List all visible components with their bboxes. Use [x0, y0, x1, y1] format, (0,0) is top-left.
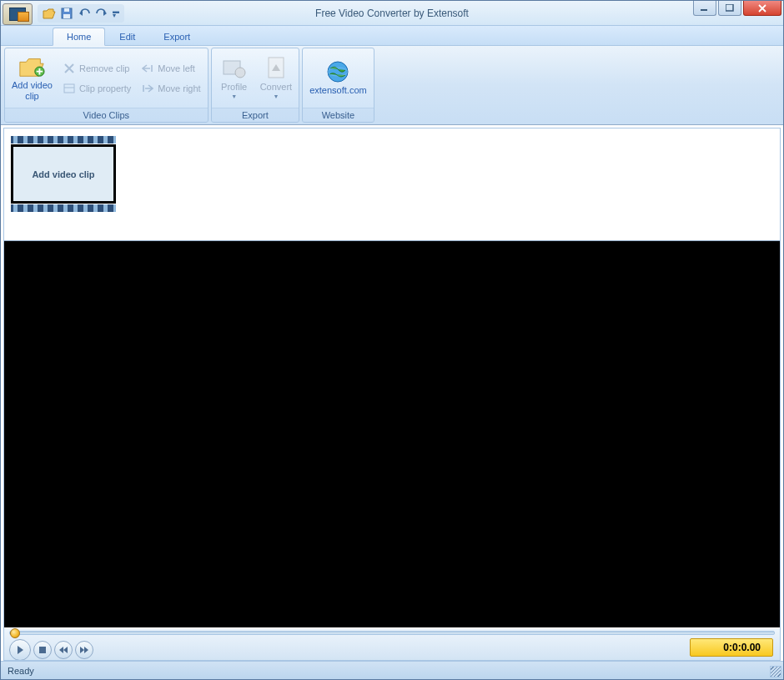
svg-point-11 — [235, 68, 245, 78]
close-button[interactable] — [743, 1, 781, 16]
ribbon-group-export: Profile ▼ Convert ▼ Export — [211, 48, 300, 123]
ribbon-group-website: extensoft.com Website — [302, 48, 374, 123]
stop-button[interactable] — [33, 641, 52, 659]
profile-icon — [221, 57, 248, 80]
chevron-down-icon: ▼ — [231, 93, 237, 99]
ribbon-group-website-title: Website — [303, 108, 373, 122]
add-clip-placeholder[interactable]: Add video clip — [11, 136, 116, 212]
arrow-left-icon — [141, 62, 154, 75]
website-button[interactable]: extensoft.com — [304, 50, 371, 106]
folder-plus-icon — [18, 55, 45, 78]
forward-button[interactable] — [75, 641, 93, 659]
ribbon: Add video clip Remove clip Clip property… — [1, 46, 783, 125]
film-sprocket-icon — [11, 136, 116, 144]
ribbon-group-video-clips: Add video clip Remove clip Clip property… — [4, 48, 209, 123]
status-text: Ready — [8, 666, 34, 676]
film-sprocket-icon — [11, 204, 116, 212]
website-label: extensoft.com — [309, 85, 366, 96]
rewind-button[interactable] — [54, 641, 73, 659]
move-left-button: Move left — [136, 58, 205, 78]
window-controls — [693, 1, 781, 16]
profile-label: Profile — [221, 82, 247, 93]
tab-home[interactable]: Home — [53, 28, 105, 46]
convert-button: Convert ▼ — [255, 50, 298, 106]
tab-export[interactable]: Export — [149, 28, 204, 45]
svg-rect-6 — [64, 84, 74, 93]
move-right-button: Move right — [136, 78, 205, 98]
play-button[interactable] — [9, 639, 31, 661]
ribbon-tabs: Home Edit Export — [1, 26, 783, 46]
chevron-down-icon: ▼ — [273, 93, 279, 99]
time-display: 0:0:0.00 — [690, 638, 773, 657]
ribbon-group-video-clips-title: Video Clips — [5, 108, 208, 122]
status-bar: Ready — [1, 661, 783, 679]
add-clip-placeholder-label: Add video clip — [11, 144, 116, 204]
clip-property-button: Clip property — [58, 78, 136, 98]
remove-clip-button: Remove clip — [58, 58, 136, 78]
resize-grip[interactable] — [770, 666, 781, 677]
x-icon — [63, 62, 76, 75]
convert-label: Convert — [260, 82, 293, 93]
arrow-right-icon — [141, 82, 154, 95]
svg-rect-1 — [63, 14, 70, 18]
convert-icon — [263, 57, 289, 80]
ribbon-group-export-title: Export — [212, 108, 299, 122]
title-bar: ▬▾ Free Video Converter by Extensoft — [1, 1, 783, 26]
add-video-clip-label: Add video clip — [12, 80, 53, 101]
profile-button: Profile ▼ — [214, 50, 255, 106]
svg-point-13 — [328, 62, 348, 82]
undo-icon[interactable] — [76, 6, 93, 21]
open-file-icon[interactable] — [41, 6, 58, 21]
property-icon — [63, 82, 76, 95]
globe-icon — [324, 60, 351, 83]
svg-rect-2 — [64, 8, 69, 12]
quick-access-toolbar: ▬▾ — [38, 4, 124, 23]
svg-rect-15 — [39, 647, 46, 653]
seek-handle[interactable] — [10, 628, 20, 638]
video-preview[interactable] — [4, 241, 780, 627]
add-video-clip-button[interactable]: Add video clip — [7, 50, 58, 106]
seek-slider[interactable] — [9, 631, 775, 635]
minimize-button[interactable] — [693, 1, 716, 16]
app-menu-button[interactable] — [3, 3, 33, 25]
tab-edit[interactable]: Edit — [105, 28, 149, 45]
svg-rect-3 — [701, 9, 707, 11]
save-icon[interactable] — [58, 6, 75, 21]
maximize-button[interactable] — [718, 1, 741, 16]
clip-timeline[interactable]: Add video clip — [4, 128, 780, 241]
redo-icon[interactable] — [93, 6, 110, 21]
playback-controls: 0:0:0.00 — [4, 627, 780, 660]
svg-rect-4 — [726, 4, 733, 11]
qat-customize-icon[interactable]: ▬▾ — [111, 6, 121, 21]
